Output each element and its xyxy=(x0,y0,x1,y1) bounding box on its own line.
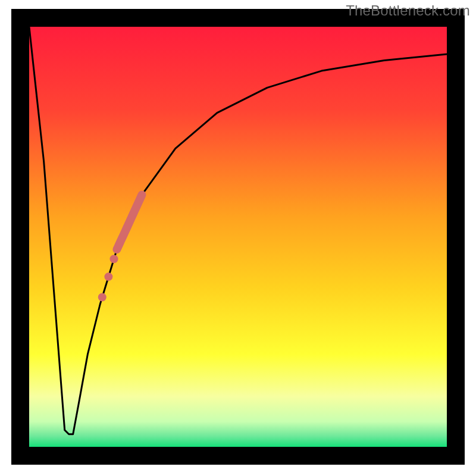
bottleneck-chart xyxy=(0,0,476,476)
chart-stage: TheBottleneck.com xyxy=(0,0,476,476)
highlight-dot xyxy=(110,255,118,263)
plot-background xyxy=(29,27,447,447)
highlight-dot xyxy=(98,293,107,302)
highlight-dot xyxy=(104,273,112,281)
